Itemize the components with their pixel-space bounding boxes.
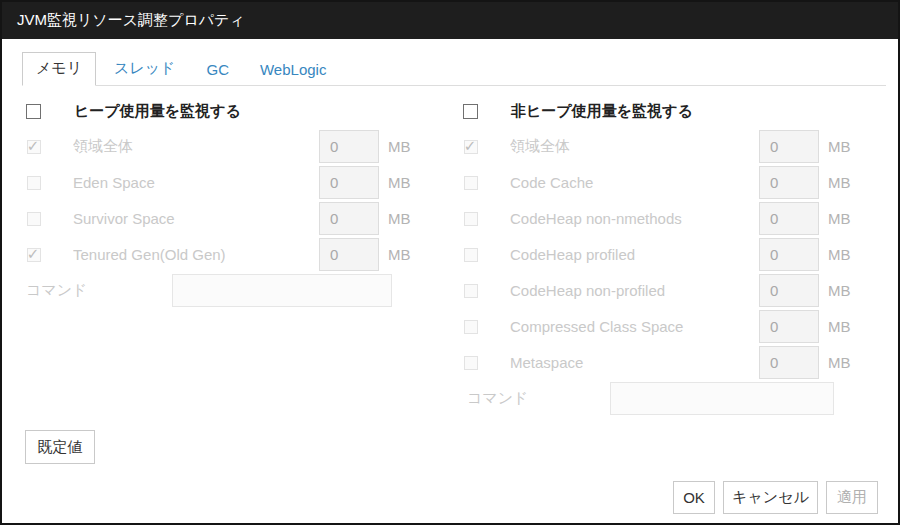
dialog-titlebar: JVM監視リソース調整プロパティ — [2, 2, 898, 39]
cancel-button[interactable]: キャンセル — [723, 481, 818, 514]
row-unit-label: MB — [828, 318, 851, 335]
row-checkbox: ✓ — [27, 176, 41, 190]
nonheap-header-label: 非ヒープ使用量を監視する — [511, 102, 693, 121]
dialog-title: JVM監視リソース調整プロパティ — [17, 11, 245, 30]
row-label: 領域全体 — [510, 137, 759, 156]
checkmark-icon: ✓ — [27, 246, 40, 261]
heap-section: ✓ ヒープ使用量を監視する ✓ 領域全体 MB ✓ Eden Space MB — [26, 103, 451, 307]
row-value-input — [759, 166, 819, 199]
row-value-input — [759, 274, 819, 307]
heap-header-row: ✓ ヒープ使用量を監視する — [26, 103, 451, 119]
row-label: Survivor Space — [73, 210, 319, 227]
row-checkbox: ✓ — [464, 140, 478, 154]
tab-gc[interactable]: GC — [193, 55, 242, 85]
row-value-input — [319, 166, 379, 199]
monitor-row: ✓ CodeHeap non-nmethods MB — [463, 202, 888, 235]
monitor-row: ✓ Survivor Space MB — [26, 202, 451, 235]
row-checkbox: ✓ — [27, 248, 41, 262]
nonheap-section: ✓ 非ヒープ使用量を監視する ✓ 領域全体 MB ✓ Code Cache MB — [463, 103, 888, 415]
command-label: コマンド — [463, 389, 610, 408]
monitor-row: ✓ 領域全体 MB — [26, 130, 451, 163]
row-value-input — [759, 346, 819, 379]
checkmark-icon: ✓ — [27, 138, 40, 153]
row-checkbox: ✓ — [27, 212, 41, 226]
row-value-input — [759, 202, 819, 235]
tab-thread[interactable]: スレッド — [101, 53, 188, 85]
row-checkbox: ✓ — [464, 248, 478, 262]
row-value-input — [319, 238, 379, 271]
row-unit-label: MB — [388, 138, 411, 155]
tab-memory[interactable]: メモリ — [22, 52, 96, 86]
command-row: コマンド — [26, 274, 451, 307]
heap-command-input — [172, 274, 392, 307]
row-value-input — [319, 202, 379, 235]
jvm-monitor-adjust-dialog: JVM監視リソース調整プロパティ メモリ スレッド GC WebLogic ✓ … — [0, 0, 900, 525]
row-checkbox: ✓ — [464, 356, 478, 370]
tab-bar: メモリ スレッド GC WebLogic — [22, 54, 886, 86]
dialog-action-buttons: OK キャンセル 適用 — [673, 481, 878, 514]
nonheap-command-input — [610, 382, 834, 415]
row-checkbox: ✓ — [464, 284, 478, 298]
monitor-row: ✓ Eden Space MB — [26, 166, 451, 199]
row-value-input — [759, 310, 819, 343]
default-values-button[interactable]: 既定値 — [25, 430, 95, 464]
monitor-row: ✓ Compressed Class Space MB — [463, 310, 888, 343]
row-checkbox: ✓ — [464, 212, 478, 226]
row-label: CodeHeap profiled — [510, 246, 759, 263]
row-unit-label: MB — [828, 354, 851, 371]
nonheap-header-row: ✓ 非ヒープ使用量を監視する — [463, 103, 888, 119]
row-label: 領域全体 — [73, 137, 319, 156]
row-unit-label: MB — [828, 282, 851, 299]
row-label: Compressed Class Space — [510, 318, 759, 335]
row-label: Metaspace — [510, 354, 759, 371]
row-unit-label: MB — [388, 246, 411, 263]
monitor-row: ✓ Tenured Gen(Old Gen) MB — [26, 238, 451, 271]
row-unit-label: MB — [388, 210, 411, 227]
monitor-row: ✓ CodeHeap non-profiled MB — [463, 274, 888, 307]
apply-button: 適用 — [826, 481, 878, 514]
monitor-row: ✓ Code Cache MB — [463, 166, 888, 199]
row-value-input — [759, 130, 819, 163]
row-checkbox: ✓ — [27, 140, 41, 154]
monitor-row: ✓ CodeHeap profiled MB — [463, 238, 888, 271]
row-unit-label: MB — [828, 138, 851, 155]
row-value-input — [319, 130, 379, 163]
row-unit-label: MB — [828, 174, 851, 191]
row-label: Eden Space — [73, 174, 319, 191]
row-checkbox: ✓ — [464, 176, 478, 190]
row-unit-label: MB — [828, 210, 851, 227]
row-value-input — [759, 238, 819, 271]
monitor-row: ✓ 領域全体 MB — [463, 130, 888, 163]
row-label: Tenured Gen(Old Gen) — [73, 246, 319, 263]
command-row: コマンド — [463, 382, 888, 415]
row-checkbox: ✓ — [464, 320, 478, 334]
row-unit-label: MB — [388, 174, 411, 191]
ok-button[interactable]: OK — [673, 481, 715, 514]
monitor-row: ✓ Metaspace MB — [463, 346, 888, 379]
nonheap-rows: ✓ 領域全体 MB ✓ Code Cache MB ✓ CodeHeap non… — [463, 130, 888, 415]
row-unit-label: MB — [828, 246, 851, 263]
heap-rows: ✓ 領域全体 MB ✓ Eden Space MB ✓ Survivor Spa… — [26, 130, 451, 307]
nonheap-monitor-checkbox[interactable]: ✓ — [463, 104, 478, 119]
row-label: CodeHeap non-profiled — [510, 282, 759, 299]
checkmark-icon: ✓ — [464, 138, 477, 153]
heap-monitor-checkbox[interactable]: ✓ — [26, 104, 41, 119]
tab-weblogic[interactable]: WebLogic — [247, 55, 339, 85]
command-label: コマンド — [26, 281, 172, 300]
row-label: CodeHeap non-nmethods — [510, 210, 759, 227]
row-label: Code Cache — [510, 174, 759, 191]
heap-header-label: ヒープ使用量を監視する — [74, 102, 241, 121]
